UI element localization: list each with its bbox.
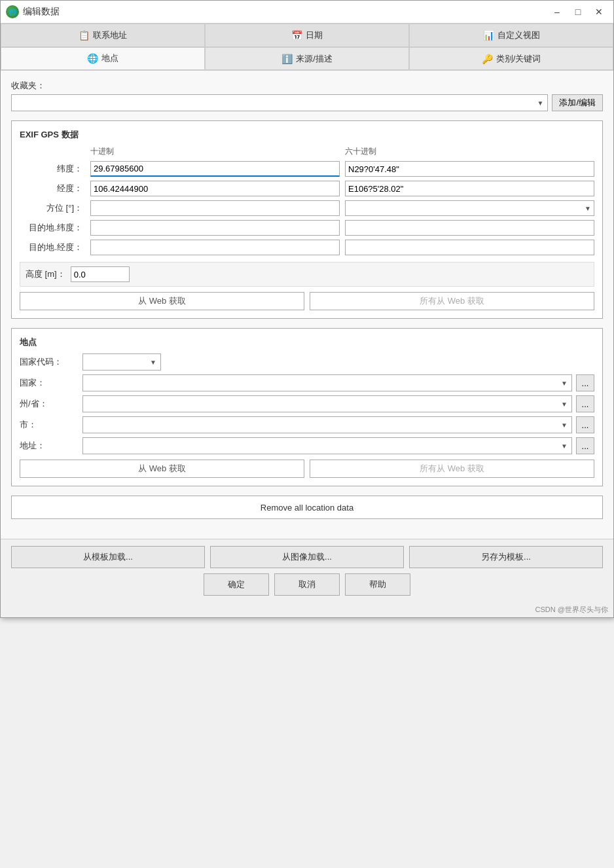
gps-grid: 十进制 六十进制 纬度： 经度： 方位 [°]： ▼ 目的地.纬度： [20,146,594,255]
help-button[interactable]: 帮助 [345,573,410,596]
bottom-row-2: 确定 取消 帮助 [11,573,603,596]
state-arrow-icon: ▼ [561,401,568,408]
gps-web-fetch-all-button[interactable]: 所有从 Web 获取 [310,292,594,310]
minimize-button[interactable]: – [548,5,566,19]
bearing-combo-arrow-icon: ▼ [585,205,591,212]
dest-lat-sexagesimal-input[interactable] [345,220,594,236]
tab-category[interactable]: 🔑 类别/关键词 [409,47,613,69]
cancel-button[interactable]: 取消 [274,573,340,596]
bearing-sexagesimal-combo[interactable]: ▼ [345,200,594,216]
tab-contacts[interactable]: 📋 联系地址 [1,24,205,46]
gps-web-buttons: 从 Web 获取 所有从 Web 获取 [20,292,594,310]
load-image-button[interactable]: 从图像加载... [210,546,404,568]
gps-web-fetch-button[interactable]: 从 Web 获取 [20,292,304,310]
sexagesimal-header: 六十进制 [345,146,594,157]
tab-location[interactable]: 🌐 地点 [1,47,205,69]
app-icon: 🌐 [6,5,19,18]
contacts-tab-icon: 📋 [79,30,90,41]
location-tab-icon: 🌐 [87,53,98,63]
maximize-button[interactable]: □ [569,5,587,19]
tabs-row-2: 🌐 地点 ℹ️ 来源/描述 🔑 类别/关键词 [1,47,613,71]
custom-view-tab-icon: 📊 [483,30,494,41]
dest-lat-label: 目的地.纬度： [20,222,85,234]
location-tab-label: 地点 [101,52,118,64]
remove-location-button[interactable]: Remove all location data [11,496,603,519]
save-template-button[interactable]: 另存为模板... [409,546,603,568]
latitude-label: 纬度： [20,163,85,175]
country-arrow-icon: ▼ [561,380,568,387]
collections-row: ▼ 添加/编辑 [11,94,603,111]
longitude-decimal-input[interactable] [90,181,340,196]
altitude-row: 高度 [m]： [20,262,594,287]
date-tab-label: 日期 [306,29,323,41]
title-bar: 🌐 编辑数据 – □ ✕ [1,1,613,24]
latitude-sexagesimal-input[interactable] [345,161,594,177]
place-section: 地点 国家代码： ▼ 国家： ▼ ... [11,328,603,486]
country-dots-button[interactable]: ... [576,374,594,391]
state-combo[interactable]: ▼ [82,395,572,412]
main-content: 收藏夹： ▼ 添加/编辑 EXIF GPS 数据 十进制 六十进制 纬度： [1,71,613,539]
country-label: 国家： [20,377,79,389]
collections-label-row: 收藏夹： [11,80,603,92]
date-tab-icon: 📅 [291,30,302,41]
title-bar-left: 🌐 编辑数据 [6,5,60,18]
city-combo[interactable]: ▼ [82,416,572,433]
dest-lon-label: 目的地.经度： [20,242,85,253]
place-web-fetch-button[interactable]: 从 Web 获取 [20,460,304,478]
country-code-arrow-icon: ▼ [150,359,156,366]
add-edit-button[interactable]: 添加/编辑 [552,94,603,111]
altitude-input[interactable] [71,266,130,282]
place-web-buttons: 从 Web 获取 所有从 Web 获取 [20,460,594,478]
dest-lon-decimal-input[interactable] [90,240,340,255]
decimal-header: 十进制 [90,146,340,157]
bearing-label: 方位 [°]： [20,202,85,214]
dest-lat-decimal-input[interactable] [90,220,340,236]
load-template-button[interactable]: 从模板加载... [11,546,205,568]
window-title: 编辑数据 [23,6,60,18]
custom-view-tab-label: 自定义视图 [497,29,540,41]
confirm-button[interactable]: 确定 [204,573,269,596]
exif-gps-section: EXIF GPS 数据 十进制 六十进制 纬度： 经度： 方位 [°]： [11,120,603,319]
country-code-combo[interactable]: ▼ [82,353,161,371]
bottom-bar: 从模板加载... 从图像加载... 另存为模板... 确定 取消 帮助 [1,539,613,602]
contacts-tab-label: 联系地址 [93,29,127,41]
country-combo[interactable]: ▼ [82,374,572,391]
source-tab-label: 来源/描述 [296,53,333,65]
category-tab-icon: 🔑 [482,54,493,64]
watermark: CSDN @世界尽头与你 [1,602,613,617]
latitude-decimal-input[interactable] [90,161,340,177]
collections-combo[interactable]: ▼ [11,94,548,111]
collections-arrow-icon: ▼ [537,99,543,107]
source-tab-icon: ℹ️ [281,54,293,64]
category-tab-label: 类别/关键词 [496,53,541,65]
close-button[interactable]: ✕ [590,5,608,19]
city-label: 市： [20,419,79,431]
place-title: 地点 [20,336,594,348]
bottom-row-1: 从模板加载... 从图像加载... 另存为模板... [11,546,603,568]
address-combo[interactable]: ▼ [82,437,572,454]
tabs-row-1: 📋 联系地址 📅 日期 📊 自定义视图 [1,24,613,47]
bearing-decimal-input[interactable] [90,200,340,216]
address-arrow-icon: ▼ [561,443,568,450]
tab-date[interactable]: 📅 日期 [205,24,409,46]
dest-lon-sexagesimal-input[interactable] [345,240,594,255]
longitude-label: 经度： [20,183,85,194]
main-window: 🌐 编辑数据 – □ ✕ 📋 联系地址 📅 日期 📊 自定义视图 🌐 地点 [0,0,614,618]
tab-custom-view[interactable]: 📊 自定义视图 [409,24,613,46]
place-grid: 国家代码： ▼ 国家： ▼ ... 州/省： [20,353,594,454]
country-code-label: 国家代码： [20,356,79,368]
address-label: 地址： [20,440,79,452]
title-bar-controls: – □ ✕ [548,5,608,19]
altitude-label: 高度 [m]： [26,268,65,280]
state-label: 州/省： [20,398,79,410]
address-dots-button[interactable]: ... [576,437,594,454]
exif-gps-title: EXIF GPS 数据 [20,129,594,141]
collections-label: 收藏夹： [11,80,45,92]
city-arrow-icon: ▼ [561,422,568,429]
tab-source[interactable]: ℹ️ 来源/描述 [205,47,409,69]
city-dots-button[interactable]: ... [576,416,594,433]
state-dots-button[interactable]: ... [576,395,594,412]
place-web-fetch-all-button[interactable]: 所有从 Web 获取 [310,460,594,478]
longitude-sexagesimal-input[interactable] [345,181,594,196]
